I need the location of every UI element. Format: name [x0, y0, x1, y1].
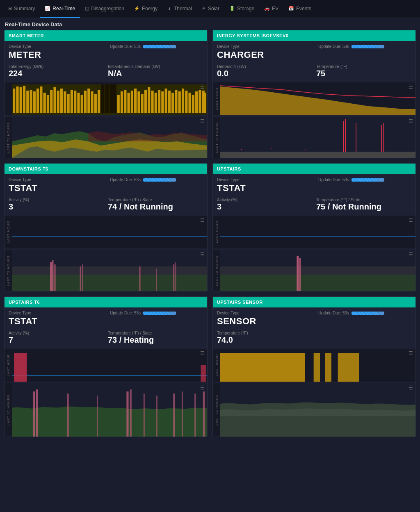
chart-downstairs-72h: LAST 72 HOURS ☰ — [5, 250, 207, 291]
svg-rect-43 — [158, 90, 160, 113]
svg-rect-77 — [139, 266, 140, 291]
metric-temp-inergy: Temperature (°F) 75 — [316, 64, 411, 78]
nav-events[interactable]: 📅 Events — [283, 0, 316, 18]
inergy-update-row: Update Due: 53s — [318, 44, 411, 49]
chart-upstairs-hour: LAST HOUR ☰ — [213, 216, 415, 248]
metric-temp-sensor: Temperature (°F) 74.0 — [217, 331, 411, 345]
svg-rect-5 — [26, 91, 29, 113]
upstairs-sensor-update-block: Update Due: 53s — [318, 311, 411, 327]
svg-rect-72 — [50, 262, 52, 291]
upstairs-update-block: Update Due: 53s — [318, 177, 411, 193]
metric-total-energy-value: 224 — [9, 69, 104, 78]
card-downstairs-t6: DOWNSTAIRS T6 Device Type TSTAT Update D… — [4, 163, 208, 291]
card-upstairs-info: Device Type TSTAT Update Due: 53s — [213, 174, 415, 196]
chart-downstairs-72h-menu[interactable]: ☰ — [200, 252, 205, 257]
metric-temp-state-upstairs-t6-value: 73 / Heating — [108, 335, 203, 345]
card-inergy-info: Device Type CHARGER Update Due: 53s — [213, 41, 415, 63]
nav-disaggregation[interactable]: ◫ Disaggregation — [80, 0, 129, 18]
chart-downstairs-hour-menu[interactable]: ☰ — [200, 217, 205, 223]
metric-temp-sensor-label: Temperature (°F) — [217, 331, 411, 335]
chart-upstairs-t6-72h-menu[interactable]: ☰ — [200, 385, 205, 391]
chart-upstairs-sensor-72h-menu[interactable]: ☰ — [409, 385, 413, 391]
update-block: Update Due: 53s — [110, 44, 203, 60]
chart-upstairs-t6-hour-menu[interactable]: ☰ — [200, 350, 205, 356]
nav-thermal-label: Thermal — [174, 6, 192, 11]
chart-upstairs-t6-72h-label: LAST 72 HOURS — [5, 383, 11, 437]
svg-rect-23 — [87, 89, 90, 113]
chart-72h-menu[interactable]: ☰ — [200, 118, 205, 124]
chart-downstairs-72h-svg — [12, 250, 207, 291]
upstairs-sensor-device-type-block: Device Type SENSOR — [217, 311, 310, 327]
svg-rect-104 — [220, 353, 305, 382]
chart-upstairs-t6-hour-label: LAST HOUR — [5, 349, 11, 382]
svg-rect-110 — [338, 353, 359, 382]
chart-inergy-72h-svg — [220, 117, 415, 158]
svg-rect-41 — [151, 91, 153, 113]
nav-summary[interactable]: ⊞ Summary — [3, 0, 40, 18]
svg-rect-32 — [121, 91, 123, 113]
chart-72h-label: LAST 72 HOURS — [5, 117, 11, 158]
chart-upstairs-sensor-hour-menu[interactable]: ☰ — [409, 350, 413, 356]
svg-rect-17 — [67, 94, 70, 113]
svg-rect-11 — [47, 95, 49, 113]
nav-energy[interactable]: ⚡ Energy — [129, 0, 162, 18]
chart-inergy-hour-menu[interactable]: ☰ — [409, 84, 413, 90]
nav-thermal[interactable]: 🌡 Thermal — [162, 0, 197, 18]
upstairs-device-type-value: TSTAT — [217, 183, 310, 193]
svg-rect-36 — [134, 89, 137, 113]
svg-rect-100 — [182, 391, 183, 437]
svg-rect-24 — [91, 91, 93, 113]
upstairs-device-type-block: Device Type TSTAT — [217, 177, 310, 193]
chart-inergy-72h-menu[interactable]: ☰ — [409, 118, 413, 124]
nav-solar[interactable]: ☀ Solar — [197, 0, 224, 18]
chart-menu-icon[interactable]: ☰ — [200, 84, 205, 90]
nav-events-label: Events — [296, 6, 311, 11]
inergy-update-bar — [352, 45, 384, 48]
chart-inergy-72h: LAST 72 HOURS ☰ — [213, 117, 415, 158]
svg-rect-108 — [325, 353, 332, 382]
svg-rect-34 — [127, 93, 130, 113]
upstairs-update-label: Update Due: 53s — [318, 177, 349, 182]
nav-storage[interactable]: 🔋 Storage — [224, 0, 259, 18]
metric-temp-sensor-value: 74.0 — [217, 335, 411, 345]
svg-rect-78 — [156, 269, 157, 291]
solar-icon: ☀ — [202, 6, 206, 11]
nav-realtime-label: Real-Time — [52, 6, 75, 11]
metric-demand1: Demand-1 (kW) 0.0 — [217, 64, 312, 78]
upstairs-t6-device-type-label: Device Type — [9, 311, 102, 315]
nav-summary-label: Summary — [14, 6, 35, 11]
svg-rect-86 — [12, 349, 207, 382]
nav-realtime[interactable]: 📈 Real-Time — [40, 0, 80, 18]
svg-rect-10 — [43, 93, 46, 113]
navigation: ⊞ Summary 📈 Real-Time ◫ Disaggregation ⚡… — [0, 0, 420, 18]
svg-rect-1 — [13, 89, 15, 113]
metrics-row: Total Energy (kWh) 224 Instantaneous Dem… — [5, 63, 207, 81]
chart-upstairs-hour-label: LAST HOUR — [213, 216, 220, 248]
svg-point-66 — [241, 149, 242, 150]
nav-ev[interactable]: 🚗 EV — [259, 0, 283, 18]
svg-rect-75 — [80, 266, 81, 291]
downstairs-device-type-label: Device Type — [9, 177, 102, 182]
chart-upstairs-sensor-hour-svg — [220, 349, 415, 382]
svg-rect-69 — [12, 216, 207, 248]
chart-upstairs-sensor-hour: LAST HOUR ☰ — [213, 349, 415, 382]
svg-rect-26 — [98, 90, 100, 113]
metric-temp-state-downstairs-value: 74 / Not Running — [108, 202, 203, 212]
upstairs-device-type-label: Device Type — [217, 177, 310, 182]
metric-temp-state-upstairs-value: 75 / Not Running — [316, 202, 411, 212]
svg-point-67 — [271, 148, 272, 149]
svg-rect-4 — [23, 86, 25, 113]
chart-upstairs-hour-menu[interactable]: ☰ — [409, 217, 413, 223]
upstairs-metrics-row: Activity (%) 3 Temperature (°F) / State … — [213, 196, 415, 214]
chart-upstairs-72h-menu[interactable]: ☰ — [409, 252, 413, 257]
card-upstairs-sensor-header: UPSTAIRS SENSOR — [213, 297, 415, 307]
metric-temp-state-upstairs-t6-label: Temperature (°F) / State — [108, 331, 203, 335]
chart-upstairs-t6-hour-svg — [12, 349, 207, 382]
svg-rect-7 — [33, 91, 36, 113]
upstairs-t6-update-bar — [143, 312, 176, 315]
svg-rect-27 — [101, 84, 104, 113]
svg-rect-52 — [188, 93, 191, 113]
svg-rect-93 — [67, 394, 69, 437]
svg-rect-91 — [33, 391, 35, 437]
events-icon: 📅 — [288, 6, 294, 11]
